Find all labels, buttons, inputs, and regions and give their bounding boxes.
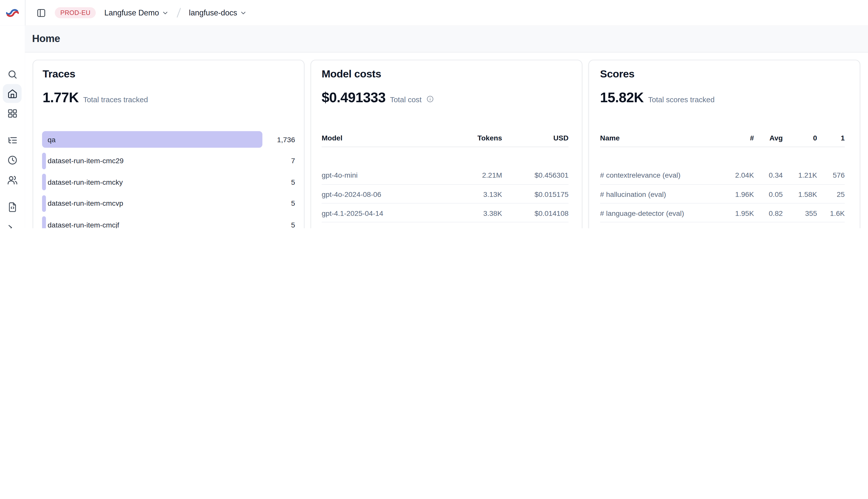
usd-value: $0.002906 [502, 228, 569, 228]
col-name: Name [600, 134, 721, 142]
table-row[interactable]: # hallucination (eval)1.96K0.051.58K25 [600, 184, 845, 204]
table-row[interactable]: gpt-4.1-2025-04-143.38K$0.014108 [322, 203, 569, 222]
langfuse-logo-icon [6, 8, 19, 17]
trace-count: 5 [291, 216, 295, 228]
table-row[interactable]: gpt-4o-mini2.21M$0.456301 [322, 166, 569, 184]
project-name: langfuse-docs [189, 8, 237, 17]
usd-value: $0.015175 [502, 190, 569, 198]
trace-bar-row[interactable]: qa1,736 [42, 131, 295, 148]
trace-count: 5 [291, 173, 295, 190]
score-name: # contextrelevance (eval) [600, 171, 721, 179]
environment-badge: PROD-EU [55, 7, 96, 18]
model-costs-table-header: Model Tokens USD [322, 131, 569, 145]
traces-metric-label: Total traces tracked [83, 96, 148, 104]
table-row[interactable]: gpt-4o-2024-08-063.13K$0.015175 [322, 184, 569, 204]
col-count: # [721, 134, 754, 142]
scores-metric-label: Total scores tracked [648, 96, 715, 104]
model-name: gpt-4.1-2025-04-14 [322, 209, 441, 217]
traces-card: Traces 1.77K Total traces tracked qa1,73… [33, 60, 304, 228]
trace-bar-row[interactable]: dataset-run-item-cmcky5 [42, 173, 295, 190]
card-title-traces: Traces [43, 68, 75, 80]
model-name: gpt-4o-2024-08-06 [322, 190, 441, 198]
score-avg: 0.05 [754, 190, 783, 198]
page-title: Home [32, 33, 60, 45]
trace-bar [42, 195, 46, 212]
terminal-icon [7, 222, 17, 228]
table-divider [600, 146, 845, 147]
trace-bar-row[interactable]: dataset-run-item-cmc297 [42, 152, 295, 169]
table-row[interactable]: gpt-4.1-nano-2025-04-1414.45K$0.002906 [322, 222, 569, 228]
usd-value: $0.456301 [502, 171, 569, 179]
score-zero: 1.21K [783, 171, 817, 179]
model-costs-card: Model costs $0.491333 Total cost Model T… [310, 60, 582, 228]
score-count: 1.96K [721, 190, 754, 198]
langfuse-home-page: PROD-EU Langfuse Demo langfuse-docs [0, 0, 868, 228]
file-code-icon [7, 202, 17, 212]
sidebar-item-search[interactable] [3, 65, 22, 84]
scores-table-header: Name # Avg 0 1 [600, 131, 845, 145]
sidebar-item-prompts[interactable] [3, 197, 22, 216]
table-row[interactable]: # conciseness-v1 (eval)1.95K0.48240242 [600, 222, 845, 228]
sidebar-item-home[interactable] [3, 84, 22, 103]
dashboard-grid-icon [7, 108, 17, 119]
score-one: 25 [817, 190, 845, 198]
score-name: # language-detector (eval) [600, 209, 721, 217]
score-count: 1.95K [721, 228, 754, 228]
score-zero: 240 [783, 228, 817, 228]
page-header: Home [25, 26, 868, 53]
col-model: Model [322, 134, 441, 142]
clock-icon [7, 155, 17, 165]
trace-count: 5 [291, 195, 295, 212]
scores-metric: 15.82K Total scores tracked [600, 89, 715, 106]
trace-label: qa [48, 131, 56, 148]
home-icon [7, 88, 17, 99]
score-avg: 0.34 [754, 171, 783, 179]
traces-bar-list: qa1,736dataset-run-item-cmc297dataset-ru… [42, 131, 295, 228]
sidebar-item-dashboards[interactable] [3, 104, 22, 123]
col-tokens: Tokens [441, 134, 502, 142]
sidebar-item-sessions[interactable] [3, 150, 22, 169]
trace-count: 1,736 [277, 131, 295, 148]
sidebar: FK [0, 26, 26, 228]
search-icon [7, 69, 17, 80]
trace-label: dataset-run-item-cmcvp [48, 195, 123, 212]
sidebar-item-tracing[interactable] [3, 131, 22, 149]
score-count: 2.04K [721, 171, 754, 179]
traces-metric-value: 1.77K [43, 89, 79, 106]
trace-bar [42, 216, 46, 228]
score-zero: 1.58K [783, 190, 817, 198]
score-one: 242 [817, 228, 845, 228]
trace-bar [42, 152, 46, 169]
trace-label: dataset-run-item-cmcjf [48, 216, 119, 228]
model-name: gpt-4.1-nano-2025-04-14 [322, 228, 441, 228]
model-costs-metric: $0.491333 Total cost [322, 89, 434, 106]
scores-metric-value: 15.82K [600, 89, 644, 106]
top-bar: PROD-EU Langfuse Demo langfuse-docs [0, 0, 868, 26]
sidebar-item-users[interactable] [3, 170, 22, 189]
score-name: # conciseness-v1 (eval) [600, 228, 721, 228]
col-zero: 0 [783, 134, 817, 142]
table-row[interactable]: # contextrelevance (eval)2.04K0.341.21K5… [600, 166, 845, 184]
table-divider [322, 146, 569, 147]
top-bar-content: PROD-EU Langfuse Demo langfuse-docs [26, 0, 868, 26]
col-usd: USD [502, 134, 569, 142]
sidebar-toggle-button[interactable] [34, 5, 48, 20]
org-switcher[interactable]: Langfuse Demo [104, 8, 169, 17]
trace-bar-row[interactable]: dataset-run-item-cmcjf5 [42, 216, 295, 228]
table-row[interactable]: # language-detector (eval)1.95K0.823551.… [600, 203, 845, 222]
tokens-value: 3.38K [441, 209, 502, 217]
panel-left-icon [36, 8, 46, 17]
chevron-down-icon [162, 9, 169, 16]
score-one: 1.6K [817, 209, 845, 217]
trace-count: 7 [291, 152, 295, 169]
app-logo[interactable] [0, 0, 26, 26]
info-icon[interactable] [426, 95, 434, 103]
users-icon [7, 174, 17, 185]
scores-card: Scores 15.82K Total scores tracked Name … [588, 60, 860, 228]
project-switcher[interactable]: langfuse-docs [189, 8, 247, 17]
sidebar-item-playground[interactable] [3, 218, 22, 228]
tokens-value: 3.13K [441, 190, 502, 198]
card-title-model-costs: Model costs [322, 68, 381, 80]
trace-bar-row[interactable]: dataset-run-item-cmcvp5 [42, 195, 295, 212]
trace-bar [42, 173, 46, 190]
